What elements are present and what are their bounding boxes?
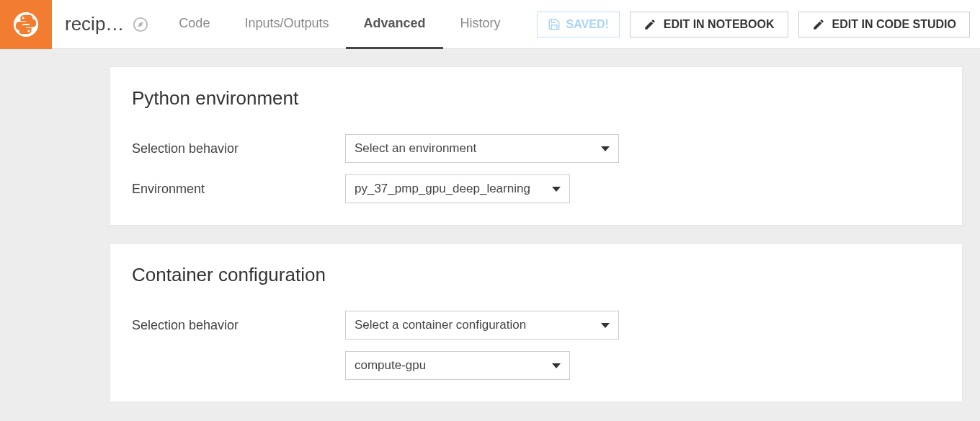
app-logo[interactable] [0,0,52,49]
compass-icon[interactable] [133,17,148,32]
edit-in-notebook-label: EDIT IN NOTEBOOK [664,18,775,31]
panel-title: Python environment [132,87,940,110]
chevron-down-icon [552,187,561,192]
select-value: Select a container configuration [355,318,526,332]
saved-label: SAVED! [566,18,609,31]
app-header: recip… Code Inputs/Outputs Advanced Hist… [0,0,980,49]
chevron-down-icon [552,363,561,368]
tab-inputs-outputs[interactable]: Inputs/Outputs [227,0,346,49]
save-icon [548,18,561,31]
environment-select[interactable]: py_37_pmp_gpu_deep_learning [345,174,570,203]
select-value: py_37_pmp_gpu_deep_learning [355,182,530,196]
selection-behavior-label: Selection behavior [132,141,345,156]
selection-behavior-label: Selection behavior [132,318,345,333]
tab-code[interactable]: Code [161,0,227,49]
selection-behavior-row: Selection behavior Select an environment [132,134,940,163]
pencil-icon [643,18,656,31]
container-config-row: compute-gpu [132,351,940,380]
python-logo-icon [12,11,40,38]
selection-behavior-select[interactable]: Select an environment [345,134,619,163]
container-selection-behavior-row: Selection behavior Select a container co… [132,311,940,340]
edit-in-code-studio-button[interactable]: EDIT IN CODE STUDIO [798,12,970,37]
container-configuration-panel: Container configuration Selection behavi… [110,243,963,402]
panel-title: Container configuration [132,264,940,286]
container-config-select[interactable]: compute-gpu [345,351,570,380]
python-environment-panel: Python environment Selection behavior Se… [110,66,963,226]
svg-marker-2 [138,22,143,27]
tab-advanced[interactable]: Advanced [346,0,442,49]
page-title: recip… [65,13,124,35]
chevron-down-icon [601,323,610,328]
main-content: Python environment Selection behavior Se… [0,49,980,420]
edit-in-notebook-button[interactable]: EDIT IN NOTEBOOK [630,12,788,37]
edit-in-code-studio-label: EDIT IN CODE STUDIO [832,18,956,31]
tab-history[interactable]: History [443,0,518,49]
chevron-down-icon [601,146,610,151]
select-value: Select an environment [355,141,476,156]
container-selection-behavior-select[interactable]: Select a container configuration [345,311,619,340]
saved-badge: SAVED! [537,12,620,37]
environment-row: Environment py_37_pmp_gpu_deep_learning [132,174,940,203]
environment-label: Environment [132,182,345,197]
pencil-icon [812,18,825,31]
select-value: compute-gpu [355,358,426,373]
tab-bar: Code Inputs/Outputs Advanced History [161,0,517,49]
